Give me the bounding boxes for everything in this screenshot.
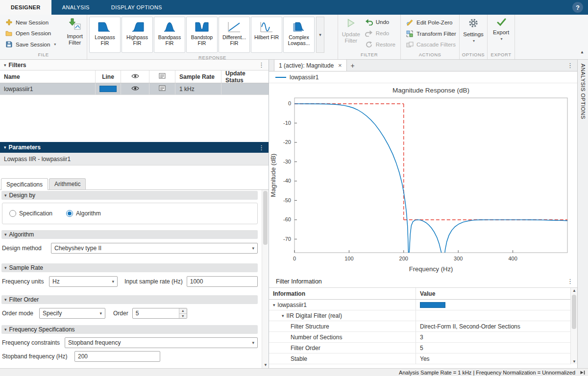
column-line[interactable]: Line	[96, 70, 121, 83]
order-field[interactable]: 5 ▲ ▼	[132, 308, 187, 319]
viewer-menu-icon[interactable]: ⋮	[567, 62, 573, 69]
response-differentiator-button[interactable]: Different...FIR	[219, 17, 250, 53]
filter-color-swatch[interactable]	[420, 302, 445, 308]
visibility-cell[interactable]	[121, 83, 149, 94]
new-session-button[interactable]: New Session	[3, 19, 58, 26]
scroll-down-icon[interactable]: ▼	[571, 359, 577, 364]
tab-designer[interactable]: DESIGNER	[0, 0, 51, 15]
filter-row-lowpassiir1[interactable]: lowpassiir1 1 kHz	[0, 83, 269, 95]
scrollbar-thumb[interactable]	[572, 295, 576, 329]
filter-info-row[interactable]: ▾lowpassiir1	[269, 300, 577, 310]
update-filter-button[interactable]: Update Filter	[340, 16, 362, 51]
collapse-parameters-icon[interactable]: ▾	[4, 145, 6, 150]
filter-information-menu-icon[interactable]: ⋮	[567, 278, 573, 285]
svg-text:-40: -40	[283, 178, 291, 184]
input-sample-rate-field[interactable]: 1000	[187, 276, 258, 287]
tab-magnitude-view[interactable]: 1 (active): Magnitude ×	[274, 60, 347, 71]
column-name[interactable]: Name	[0, 70, 96, 83]
section-sample-rate[interactable]: ▾ Sample Rate	[1, 263, 258, 272]
edit-pole-zero-button[interactable]: Edit Pole-Zero	[404, 19, 458, 26]
response-bandstop-button[interactable]: BandstopFIR	[186, 17, 218, 53]
add-view-button[interactable]: +	[347, 60, 359, 71]
section-filter-order[interactable]: ▾ Filter Order	[1, 295, 258, 304]
stopband-frequency-field[interactable]: 200	[74, 351, 160, 362]
collapse-section-icon[interactable]: ▾	[4, 193, 7, 198]
section-algorithm[interactable]: ▾ Algorithm	[1, 230, 258, 239]
parameters-panel-header[interactable]: ▾ Parameters ⋮	[0, 142, 269, 153]
legend-icon[interactable]	[159, 85, 166, 93]
tab-analysis[interactable]: ANALYSIS	[51, 0, 100, 15]
column-information[interactable]: Information	[269, 288, 416, 299]
section-frequency-specifications[interactable]: ▾ Frequency Specifications	[1, 325, 258, 334]
analysis-options-tab[interactable]: ANALYSIS OPTIONS	[577, 60, 588, 368]
frequency-constraints-dropdown[interactable]: Stopband frequency ▾	[65, 337, 258, 348]
radio-specification[interactable]: Specification	[9, 210, 52, 217]
export-dropdown-icon: ▾	[500, 36, 502, 42]
undo-button[interactable]: Undo	[363, 18, 397, 26]
help-button[interactable]: ?	[572, 2, 583, 13]
update-status-cell	[221, 83, 269, 94]
column-value[interactable]: Value	[416, 288, 577, 299]
redo-button[interactable]: Redo	[363, 29, 397, 37]
chart-legend[interactable]: lowpassiir1	[269, 71, 577, 83]
parameters-menu-icon[interactable]: ⋮	[258, 144, 265, 151]
tab-specifications[interactable]: Specifications	[1, 178, 48, 190]
legend-cell[interactable]	[149, 83, 175, 94]
order-mode-label: Order mode	[2, 310, 35, 317]
response-bandpass-button[interactable]: BandpassFIR	[154, 17, 185, 53]
order-mode-dropdown[interactable]: Specify ▾	[39, 308, 105, 319]
radio-algorithm[interactable]: Algorithm	[66, 210, 101, 217]
column-visibility[interactable]	[121, 70, 149, 83]
order-increment-button[interactable]: ▲	[179, 308, 187, 313]
response-gallery-dropdown[interactable]: ▾	[316, 17, 324, 53]
scrollbar-thumb[interactable]	[263, 191, 268, 245]
line-color-swatch[interactable]	[99, 86, 117, 92]
panel-collapse-icon[interactable]	[579, 370, 585, 376]
tab-arithmetic[interactable]: Arithmetic	[49, 178, 86, 189]
open-session-button[interactable]: Open Session	[3, 30, 58, 37]
radio-selected-icon[interactable]	[66, 210, 73, 217]
export-button[interactable]: Export ▾	[490, 16, 513, 51]
design-method-dropdown[interactable]: Chebyshev type II ▾	[51, 243, 258, 254]
transform-filter-button[interactable]: Transform Filter	[404, 30, 458, 38]
response-lowpass-button[interactable]: LowpassFIR	[89, 17, 121, 53]
scroll-down-icon[interactable]: ▼	[262, 363, 269, 367]
column-sample-rate[interactable]: Sample Rate	[175, 70, 221, 83]
cascade-filters-button[interactable]: Cascade Filters	[404, 41, 458, 48]
collapse-section-icon[interactable]: ▾	[4, 232, 7, 237]
magnitude-response-chart[interactable]: 01002003004000-10-20-30-40-50-60-70Magni…	[269, 83, 577, 275]
response-highpass-button[interactable]: HighpassFIR	[122, 17, 153, 53]
parameters-scrollbar[interactable]: ▼	[262, 190, 269, 368]
filters-menu-icon[interactable]: ⋮	[258, 61, 265, 69]
collapse-ribbon-icon[interactable]: ▲	[580, 50, 584, 54]
collapse-section-icon[interactable]: ▾	[4, 297, 7, 302]
response-hilbert-button[interactable]: Hilbert FIR	[251, 17, 282, 53]
settings-dropdown-icon: ▾	[473, 38, 475, 44]
frequency-units-dropdown[interactable]: Hz ▾	[49, 276, 118, 287]
save-session-button[interactable]: Save Session ▾	[3, 41, 58, 48]
save-session-dropdown-icon[interactable]: ▾	[54, 42, 56, 47]
scroll-up-icon[interactable]: ▲	[571, 288, 577, 293]
section-design-by[interactable]: ▾ Design by	[1, 191, 258, 200]
filter-info-row[interactable]: ▾IIR Digital Filter (real)	[269, 310, 577, 321]
gear-icon	[468, 18, 479, 30]
tab-display-options[interactable]: DISPLAY OPTIONS	[100, 0, 173, 15]
column-update-status[interactable]: Update Status	[221, 70, 269, 83]
import-filter-button[interactable]: Import Filter	[65, 16, 85, 51]
collapse-filters-icon[interactable]: ▾	[4, 63, 6, 68]
filter-information-scrollbar[interactable]: ▲ ▼	[570, 288, 577, 364]
settings-button[interactable]: Settings ▾	[462, 16, 485, 51]
eye-icon[interactable]	[131, 86, 139, 93]
collapse-section-icon[interactable]: ▾	[4, 327, 7, 332]
radio-icon[interactable]	[9, 210, 16, 217]
collapse-section-icon[interactable]: ▾	[4, 265, 7, 270]
expander-icon[interactable]: ▾	[282, 313, 284, 318]
filters-panel-header[interactable]: ▾ Filters ⋮	[0, 60, 269, 70]
order-decrement-button[interactable]: ▼	[179, 313, 187, 319]
response-complex-lowpass-button[interactable]: ComplexLowpas...	[283, 17, 315, 53]
line-color-cell[interactable]	[96, 83, 121, 94]
close-tab-icon[interactable]: ×	[338, 62, 342, 69]
column-legend[interactable]	[149, 70, 175, 83]
expander-icon[interactable]: ▾	[273, 303, 275, 307]
restore-button[interactable]: Restore	[363, 41, 397, 48]
